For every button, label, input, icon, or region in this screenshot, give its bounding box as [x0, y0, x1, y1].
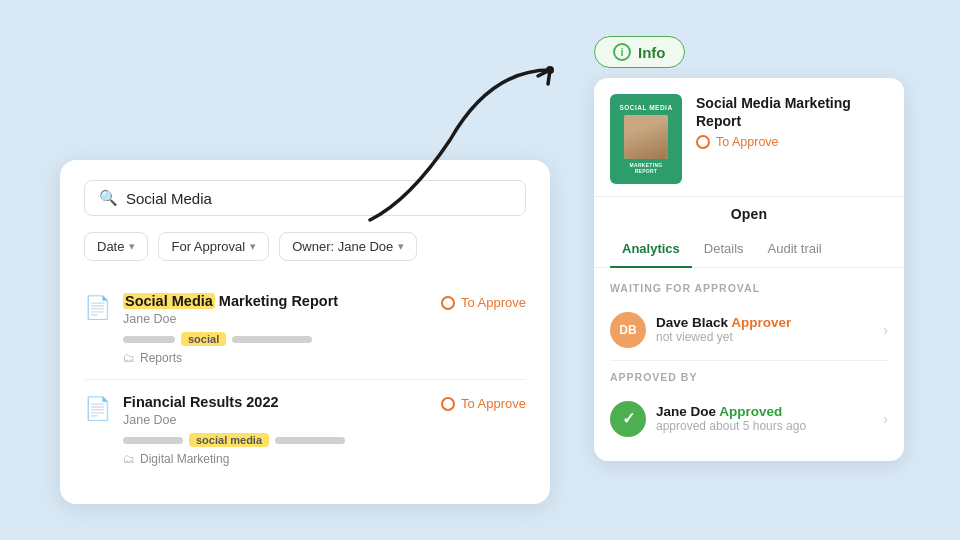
tab-details[interactable]: Details: [692, 231, 756, 268]
doc-owner: Jane Doe: [123, 312, 429, 326]
doc-status: To Approve: [441, 295, 526, 310]
document-list: 📄 Social Media Marketing Report Jane Doe…: [84, 279, 526, 480]
approver-info: Dave Black Approver not viewed yet: [656, 315, 873, 344]
chevron-right-icon: ›: [883, 411, 888, 427]
approver-sub: approved about 5 hours ago: [656, 419, 873, 433]
tag-pill: social: [181, 332, 226, 346]
document-icon: 📄: [84, 396, 111, 422]
doc-status: To Approve: [441, 396, 526, 411]
report-name: Social Media Marketing Report: [696, 94, 888, 130]
chevron-down-icon: ▾: [129, 240, 135, 253]
svg-point-0: [546, 66, 554, 74]
divider: [610, 360, 888, 361]
doc-tags: social: [123, 332, 429, 346]
list-item[interactable]: 📄 Social Media Marketing Report Jane Doe…: [84, 279, 526, 380]
approver-sub: not viewed yet: [656, 330, 873, 344]
approved-avatar: ✓: [610, 401, 646, 437]
folder-icon: 🗂: [123, 452, 135, 466]
thumb-top-label: Social Media: [619, 104, 672, 112]
info-badge[interactable]: i Info: [594, 36, 685, 68]
info-tabs: Analytics Details Audit trail: [594, 231, 904, 268]
report-thumbnail: Social Media MARKETINGREPORT: [610, 94, 682, 184]
filter-approval-label: For Approval: [171, 239, 245, 254]
tag-bar: [123, 336, 175, 343]
search-bar[interactable]: 🔍: [84, 180, 526, 216]
list-item[interactable]: 📄 Financial Results 2022 Jane Doe social…: [84, 380, 526, 480]
tag-pill: social media: [189, 433, 269, 447]
filter-date[interactable]: Date ▾: [84, 232, 148, 261]
approver-role: Approver: [731, 315, 791, 330]
tab-audit-trail[interactable]: Audit trail: [756, 231, 834, 268]
status-label: To Approve: [461, 396, 526, 411]
folder-icon: 🗂: [123, 351, 135, 365]
status-circle-icon: [441, 397, 455, 411]
doc-folder: 🗂 Reports: [123, 351, 429, 365]
info-card: Social Media MARKETINGREPORT Social Medi…: [594, 78, 904, 461]
info-card-header: Social Media MARKETINGREPORT Social Medi…: [594, 78, 904, 196]
open-button[interactable]: Open: [594, 196, 904, 231]
approved-approver-row[interactable]: ✓ Jane Doe Approved approved about 5 hou…: [610, 393, 888, 445]
folder-name: Reports: [140, 351, 182, 365]
document-icon: 📄: [84, 295, 111, 321]
filter-owner[interactable]: Owner: Jane Doe ▾: [279, 232, 417, 261]
approver-info: Jane Doe Approved approved about 5 hours…: [656, 404, 873, 433]
waiting-approver-row[interactable]: DB Dave Black Approver not viewed yet ›: [610, 304, 888, 356]
approver-avatar: DB: [610, 312, 646, 348]
folder-name: Digital Marketing: [140, 452, 229, 466]
chevron-down-icon: ▾: [398, 240, 404, 253]
search-results-panel: 🔍 Date ▾ For Approval ▾ Owner: Jane Doe …: [60, 160, 550, 504]
title-highlight: Social Media: [123, 293, 215, 309]
tab-analytics[interactable]: Analytics: [610, 231, 692, 268]
person-face: [624, 115, 668, 159]
info-body: WAITING FOR APPROVAL DB Dave Black Appro…: [594, 268, 904, 461]
tag-bar: [123, 437, 183, 444]
doc-folder: 🗂 Digital Marketing: [123, 452, 429, 466]
info-badge-label: Info: [638, 44, 666, 61]
approved-section-label: APPROVED BY: [610, 371, 888, 383]
approved-role: Approved: [719, 404, 782, 419]
waiting-section-label: WAITING FOR APPROVAL: [610, 282, 888, 294]
search-icon: 🔍: [99, 189, 118, 207]
doc-content: Financial Results 2022 Jane Doe social m…: [123, 394, 429, 466]
doc-title: Social Media Marketing Report: [123, 293, 429, 309]
thumb-person: [624, 115, 668, 159]
tag-bar: [232, 336, 312, 343]
approver-name: Jane Doe Approved: [656, 404, 873, 419]
title-rest: Financial Results 2022: [123, 394, 279, 410]
filter-date-label: Date: [97, 239, 124, 254]
doc-tags: social media: [123, 433, 429, 447]
search-input[interactable]: [126, 190, 511, 207]
approver-name: Dave Black Approver: [656, 315, 873, 330]
thumb-subtitle: MARKETINGREPORT: [630, 162, 663, 174]
title-rest: Marketing Report: [215, 293, 338, 309]
doc-content: Social Media Marketing Report Jane Doe s…: [123, 293, 429, 365]
filters-row: Date ▾ For Approval ▾ Owner: Jane Doe ▾: [84, 232, 526, 261]
tag-bar: [275, 437, 345, 444]
chevron-right-icon: ›: [883, 322, 888, 338]
doc-owner: Jane Doe: [123, 413, 429, 427]
status-label: To Approve: [461, 295, 526, 310]
status-circle-icon: [696, 135, 710, 149]
filter-owner-label: Owner: Jane Doe: [292, 239, 393, 254]
status-circle-icon: [441, 296, 455, 310]
report-status: To Approve: [696, 135, 888, 149]
doc-title: Financial Results 2022: [123, 394, 429, 410]
report-meta: Social Media Marketing Report To Approve: [696, 94, 888, 149]
info-icon: i: [613, 43, 631, 61]
report-status-label: To Approve: [716, 135, 779, 149]
filter-approval[interactable]: For Approval ▾: [158, 232, 269, 261]
info-panel: i Info Social Media MARKETINGREPORT Soci…: [594, 36, 904, 461]
chevron-down-icon: ▾: [250, 240, 256, 253]
